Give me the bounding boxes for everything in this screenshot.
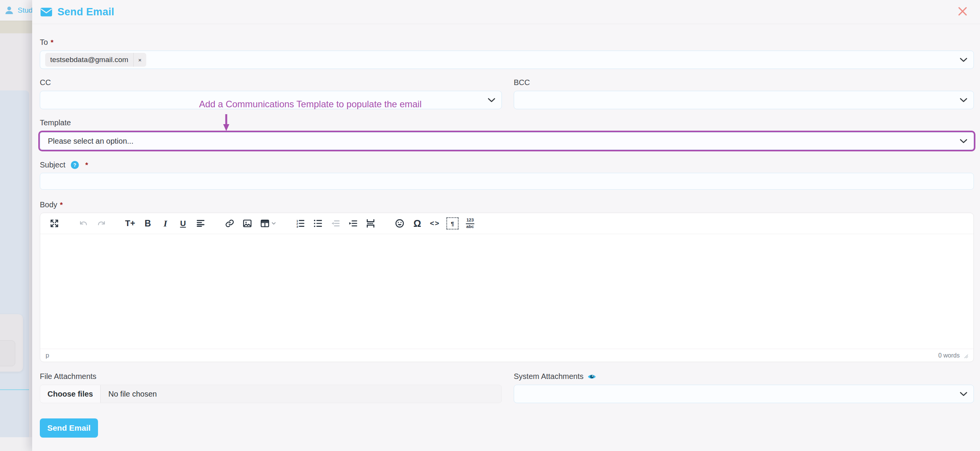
required-marker: *	[85, 161, 88, 169]
modal-title: Send Email	[57, 6, 114, 18]
background-card	[0, 340, 15, 366]
send-email-modal: Send Email Add a Communications Template…	[32, 0, 980, 451]
system-attachments-label: System Attachments	[514, 372, 583, 381]
chevron-down-icon	[959, 57, 968, 62]
body-label: Body	[40, 200, 57, 209]
link-icon[interactable]	[221, 216, 238, 231]
person-icon	[4, 5, 14, 15]
file-attachments-label: File Attachments	[40, 372, 96, 381]
editor-status-bar: p 0 words	[40, 349, 973, 362]
chevron-down-icon	[959, 139, 968, 144]
bcc-select[interactable]	[514, 91, 974, 109]
modal-body: To * testsebdata@gmail.com × CC	[32, 38, 980, 438]
resize-grip-icon[interactable]	[963, 353, 968, 358]
send-email-button[interactable]: Send Email	[40, 418, 98, 438]
word-count: 0 words	[938, 352, 960, 359]
chevron-down-icon	[487, 98, 496, 103]
to-select[interactable]: testsebdata@gmail.com ×	[40, 51, 974, 69]
close-icon[interactable]	[956, 6, 969, 18]
indent-icon[interactable]	[344, 216, 362, 231]
background-tab[interactable]: Stud	[0, 0, 32, 21]
show-formatting-icon[interactable]: ¶	[444, 216, 461, 231]
tutorial-arrow-icon	[222, 113, 230, 132]
background-tab-label: Stud	[18, 6, 32, 15]
background-divider	[0, 389, 29, 390]
insert-table-icon[interactable]	[256, 216, 280, 231]
envelope-icon	[40, 7, 52, 17]
undo-icon[interactable]	[75, 216, 92, 231]
screen: Stud Send Email Add a Communications Tem…	[0, 0, 980, 451]
recipient-chip-label: testsebdata@gmail.com	[45, 56, 133, 64]
background-page: Stud	[0, 0, 32, 451]
code-view-icon[interactable]: <>	[426, 216, 444, 231]
chip-remove-icon[interactable]: ×	[133, 53, 146, 67]
font-size-icon[interactable]: T+	[121, 216, 139, 231]
template-selected-value: Please select an option...	[48, 137, 133, 146]
bcc-label: BCC	[514, 78, 530, 87]
template-label: Template	[40, 118, 71, 127]
editor-element-path: p	[46, 352, 49, 359]
system-attachments-select[interactable]	[514, 385, 974, 403]
spell-check-icon[interactable]: 123abc	[461, 216, 479, 231]
subject-label: Subject	[40, 161, 65, 169]
chevron-down-icon	[959, 392, 968, 397]
align-icon[interactable]	[192, 216, 209, 231]
background-footer	[0, 437, 32, 451]
underline-icon[interactable]: U	[174, 216, 192, 231]
editor-content-area[interactable]	[40, 234, 973, 349]
insert-image-icon[interactable]	[238, 216, 256, 231]
svg-text:3: 3	[296, 225, 298, 228]
subject-input[interactable]	[40, 173, 974, 190]
no-file-chosen-text: No file chosen	[108, 390, 157, 399]
help-icon[interactable]: ?	[71, 161, 79, 169]
outdent-icon[interactable]	[327, 216, 344, 231]
eye-icon[interactable]	[587, 373, 596, 380]
bullet-list-icon[interactable]	[309, 216, 327, 231]
required-marker: *	[60, 201, 63, 209]
choose-files-button[interactable]: Choose files	[40, 385, 101, 403]
recipient-chip: testsebdata@gmail.com ×	[45, 53, 146, 67]
template-select[interactable]: Please select an option...	[40, 132, 974, 150]
italic-icon[interactable]: I	[157, 216, 174, 231]
emoji-icon[interactable]	[391, 216, 408, 231]
special-characters-icon[interactable]: Ω	[408, 216, 426, 231]
editor-toolbar: T+ B I U 123	[40, 213, 973, 234]
page-break-icon[interactable]	[362, 216, 379, 231]
rich-text-editor: T+ B I U 123	[40, 213, 974, 362]
bold-icon[interactable]: B	[139, 216, 157, 231]
chevron-down-icon	[959, 98, 968, 103]
ordered-list-icon[interactable]: 123	[291, 216, 309, 231]
fullscreen-icon[interactable]	[46, 216, 63, 231]
modal-header: Send Email	[32, 0, 980, 24]
chevron-down-icon	[271, 222, 276, 225]
file-attachments-input[interactable]: Choose files No file chosen	[40, 385, 502, 403]
required-marker: *	[51, 38, 53, 47]
background-panel	[0, 90, 29, 437]
cc-label: CC	[40, 78, 51, 87]
redo-icon[interactable]	[92, 216, 110, 231]
tutorial-annotation: Add a Communications Template to populat…	[199, 99, 421, 110]
background-strip	[0, 21, 32, 33]
to-label: To	[40, 38, 48, 47]
